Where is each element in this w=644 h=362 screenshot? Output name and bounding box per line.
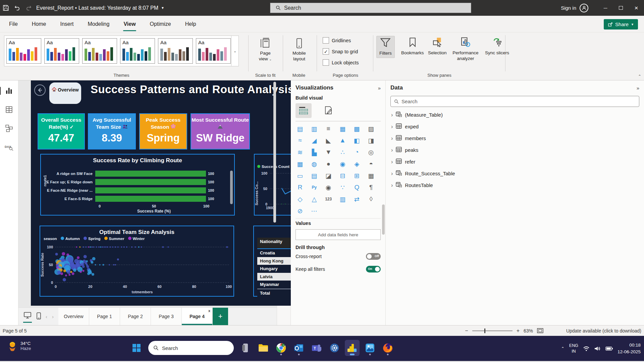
viz-type-gauge[interactable]: ◓ (367, 160, 376, 168)
cross-report-toggle[interactable]: Off (366, 253, 381, 260)
viz-type-smart-narrative[interactable]: ¶ (367, 183, 376, 191)
report-view-icon[interactable] (3, 84, 15, 97)
menu-tab-optimize[interactable]: Optimize (143, 16, 178, 33)
legend-item-winter[interactable]: Winter (128, 237, 145, 241)
snap-to-grid-box[interactable]: ✓ (323, 48, 329, 55)
bar-chart-success-rate-by-route[interactable]: Success Rate by Climbing Route route1 A … (40, 154, 235, 216)
page-tab-page-2[interactable]: Page 2 (120, 308, 151, 325)
legend-item-spring[interactable]: Spring (84, 237, 100, 241)
performance-analyzer-button[interactable]: Performance analyzer (449, 36, 482, 63)
expand-chevron-icon[interactable]: › (391, 112, 393, 118)
viz-type-new-card[interactable]: 123 (324, 195, 333, 203)
viz-type-100-stacked-area-chart[interactable]: ▲ (338, 136, 347, 144)
viz-type-multi-row-card[interactable]: ▤ (310, 172, 319, 180)
firefox-taskbar-icon[interactable] (380, 340, 395, 356)
collapse-ribbon-icon[interactable]: ⌃ (638, 74, 641, 79)
filters-button[interactable]: Filters (376, 36, 395, 58)
viz-type-metrics[interactable]: △ (310, 195, 319, 203)
viz-type-line-and-stacked-column-chart[interactable]: ◧ (352, 136, 361, 144)
theme-card-2[interactable]: Aa (44, 38, 79, 64)
viz-type-stacked-bar-chart[interactable]: ▤ (296, 125, 305, 133)
zoom-slider[interactable] (472, 330, 513, 331)
account-avatar-icon[interactable] (580, 4, 588, 12)
viz-type-stacked-area-chart[interactable]: ◣ (324, 136, 333, 144)
visualizations-pane-scrollbar[interactable] (382, 204, 385, 235)
expand-chevron-icon[interactable]: › (391, 171, 393, 177)
viz-type-matrix[interactable]: ▦ (367, 172, 376, 180)
viz-type-slicer[interactable]: ⊟ (338, 172, 347, 180)
viz-type-filled-map[interactable]: ● (324, 160, 333, 168)
minimize-button[interactable]: ─ (598, 0, 613, 16)
viz-type-map[interactable]: ◍ (310, 160, 319, 168)
viz-type-pie-chart[interactable]: ◔ (352, 148, 361, 156)
undo-icon[interactable] (11, 2, 23, 14)
page-tab-page-4[interactable]: Page 4x (182, 308, 213, 325)
expand-chevron-icon[interactable]: › (391, 159, 393, 165)
start-button[interactable] (129, 340, 144, 356)
legend-item-autumn[interactable]: Autumn (61, 237, 80, 241)
chrome-taskbar-icon[interactable]: J (274, 340, 288, 356)
viz-type-kpi[interactable]: ◪ (324, 172, 333, 180)
teams-taskbar-icon[interactable]: T (309, 340, 324, 356)
legend-item-summer[interactable]: Summer (104, 237, 124, 241)
menu-tab-modeling[interactable]: Modeling (80, 16, 116, 33)
data-view-icon[interactable] (3, 103, 15, 116)
maximize-button[interactable] (613, 0, 629, 16)
clock-widget[interactable]: 00:1812-06-2025 (618, 342, 641, 355)
checkbox-gridlines[interactable]: Gridlines (323, 37, 351, 44)
save-icon[interactable] (0, 2, 11, 14)
viz-type-python-visual[interactable]: Py (310, 183, 319, 191)
menu-tab-file[interactable]: File (2, 16, 25, 33)
theme-card-5[interactable]: Aa (158, 38, 193, 64)
build-visual-tab[interactable] (296, 103, 312, 118)
gridlines-box[interactable] (323, 37, 329, 44)
global-search-input[interactable]: Search (270, 3, 471, 13)
selection-button[interactable]: Selection (425, 36, 449, 57)
menu-tab-view[interactable]: View (116, 16, 143, 33)
checkbox-snap-to-grid[interactable]: ✓Snap to grid (323, 48, 358, 55)
close-button[interactable]: × (629, 0, 644, 16)
zoom-out-button[interactable]: − (465, 328, 468, 334)
data-table-peaks[interactable]: ›peaks (386, 144, 644, 156)
data-table-routestable[interactable]: ›RoutesTable (386, 179, 644, 191)
volume-icon[interactable] (594, 346, 601, 351)
close-tab-icon[interactable]: x (208, 309, 210, 313)
format-visual-tab[interactable] (320, 103, 336, 118)
mobile-layout-button[interactable]: Mobile layout (286, 37, 313, 63)
model-view-icon[interactable] (3, 122, 15, 135)
viz-type-100-stacked-column-chart[interactable]: ▨ (367, 125, 376, 133)
viz-type-stacked-column-chart[interactable]: ▥ (310, 125, 319, 133)
viz-type-decomposition-tree[interactable]: ∵ (338, 183, 347, 191)
viz-type-table[interactable]: ⊞ (352, 172, 361, 180)
add-page-button[interactable]: + (213, 308, 228, 325)
viz-type-qa-visual[interactable]: Q (352, 183, 361, 191)
menu-tab-help[interactable]: Help (178, 16, 203, 33)
viz-type-hierarchy-slicer[interactable]: ⊘ (296, 207, 305, 215)
page-tab-overview[interactable]: Overview (58, 308, 89, 325)
viz-type-power-apps-visual[interactable]: ◇ (296, 195, 305, 203)
collapse-visualizations-icon[interactable]: » (378, 85, 381, 91)
viz-type-area-chart[interactable]: ◢ (310, 136, 319, 144)
wifi-icon[interactable] (583, 346, 590, 351)
expand-chevron-icon[interactable]: › (391, 147, 393, 153)
viz-type-clustered-column-chart[interactable]: ▦ (338, 125, 347, 133)
menu-tab-home[interactable]: Home (25, 16, 53, 33)
viz-type-card[interactable]: ▭ (296, 172, 305, 180)
sign-in-button[interactable]: Sign in (561, 5, 576, 11)
expand-chevron-icon[interactable]: › (391, 135, 393, 141)
battery-icon[interactable] (605, 347, 613, 351)
tray-expand-icon[interactable]: ⌃ (561, 346, 565, 351)
viz-type-line-chart[interactable]: ≈ (296, 136, 305, 144)
data-table-refer[interactable]: ›refer (386, 156, 644, 168)
prev-page-icon[interactable]: ‹ (46, 314, 47, 319)
mobile-view-icon[interactable] (37, 312, 41, 321)
photos-taskbar-icon[interactable] (363, 340, 377, 356)
language-indicator[interactable]: ENGIN (569, 343, 578, 354)
page-view-button[interactable]: Page view ⌄ (252, 37, 278, 63)
keep-all-filters-toggle[interactable]: On (366, 266, 381, 273)
viz-type-azure-map[interactable]: ◈ (352, 160, 361, 168)
collapse-data-pane-icon[interactable]: » (637, 85, 639, 91)
bookmarks-button[interactable]: Bookmarks (398, 36, 427, 57)
viz-type-ribbon-chart[interactable]: ≋ (296, 148, 305, 156)
page-tab-page-3[interactable]: Page 3 (151, 308, 182, 325)
